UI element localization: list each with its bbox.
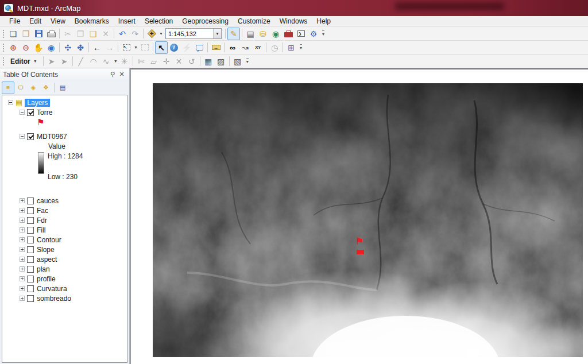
- expand-icon[interactable]: [20, 286, 25, 291]
- map-flag-marker-icon[interactable]: ⚑: [355, 237, 364, 246]
- toolbar-overflow-caret[interactable]: ▾: [246, 58, 249, 64]
- cauces-layer-label[interactable]: cauces: [37, 197, 59, 205]
- aspect-layer-label[interactable]: aspect: [37, 255, 57, 264]
- scale-dropdown-caret[interactable]: ▾: [213, 29, 221, 38]
- curvatura-layer-label[interactable]: Curvatura: [37, 285, 67, 293]
- fdr-layer-row[interactable]: Fdr: [2, 215, 127, 225]
- map-flag-selection-box[interactable]: [357, 250, 364, 254]
- menu-customize[interactable]: Customize: [233, 17, 275, 26]
- expand-icon[interactable]: [20, 247, 25, 252]
- fac-layer-label[interactable]: Fac: [37, 207, 48, 215]
- arc-segment-button[interactable]: ◠: [87, 55, 100, 68]
- catalog-window-button[interactable]: ⛁: [257, 28, 269, 40]
- titlebar[interactable]: MDT.mxd - ArcMap: [0, 0, 588, 16]
- identify-button[interactable]: i: [168, 41, 180, 54]
- select-features-dropdown-caret[interactable]: ▾: [133, 45, 138, 50]
- cauces-layer-row[interactable]: cauces: [2, 196, 127, 206]
- find-route-button[interactable]: ↝: [239, 41, 252, 54]
- torre-checkbox[interactable]: [27, 109, 34, 116]
- sombreado-checkbox[interactable]: [27, 295, 34, 302]
- fill-checkbox[interactable]: [27, 227, 34, 234]
- torre-layer-row[interactable]: Torre: [2, 107, 127, 117]
- undo-button[interactable]: ↶: [116, 28, 129, 40]
- time-slider-button[interactable]: ◷: [268, 41, 281, 54]
- open-button[interactable]: ❒: [20, 28, 32, 40]
- toolbar-overflow-caret[interactable]: ▾: [322, 30, 324, 37]
- layers-group-label[interactable]: Layers: [25, 99, 50, 107]
- full-extent-button[interactable]: ◉: [45, 41, 57, 54]
- expand-icon[interactable]: [20, 198, 25, 203]
- toc-header[interactable]: Table Of Contents ⚲ ✕: [0, 68, 129, 80]
- list-by-selection-button[interactable]: ❖: [40, 82, 52, 94]
- editor-toolbar-toggle-button[interactable]: ✎: [227, 28, 240, 40]
- collapse-icon[interactable]: [20, 110, 25, 115]
- attributes-button[interactable]: ▦: [202, 55, 215, 68]
- sketch-properties-button[interactable]: ▨: [215, 55, 227, 68]
- modelbuilder-button[interactable]: ⚙: [307, 28, 320, 40]
- clear-selection-button[interactable]: [138, 41, 151, 54]
- layers-group-row[interactable]: ▤ Layers: [2, 98, 127, 107]
- menu-selection[interactable]: Selection: [140, 17, 177, 26]
- straight-segment-button[interactable]: ╱: [75, 55, 87, 68]
- html-popup-button[interactable]: [193, 41, 206, 54]
- aspect-checkbox[interactable]: [27, 256, 34, 263]
- menu-insert[interactable]: Insert: [114, 17, 140, 26]
- list-by-visibility-button[interactable]: ◈: [27, 82, 40, 94]
- pan-button[interactable]: ✋: [32, 41, 45, 54]
- expand-icon[interactable]: [20, 257, 25, 262]
- mdt-layer-row[interactable]: MDT0967: [2, 131, 127, 141]
- hyperlink-button[interactable]: ⚡: [180, 41, 193, 54]
- menu-bookmarks[interactable]: Bookmarks: [70, 17, 114, 26]
- map-view[interactable]: ⚑: [130, 68, 588, 364]
- save-button[interactable]: [32, 28, 45, 40]
- sombreado-layer-label[interactable]: sombreado: [37, 295, 71, 303]
- expand-icon[interactable]: [20, 208, 25, 213]
- profile-layer-label[interactable]: profile: [37, 275, 56, 283]
- edit-tool-button[interactable]: ➤: [45, 55, 58, 68]
- expand-icon[interactable]: [20, 218, 25, 223]
- go-to-xy-button[interactable]: XY: [252, 41, 264, 54]
- toolbar-grip[interactable]: [2, 42, 5, 52]
- contour-checkbox[interactable]: [27, 237, 34, 243]
- expand-icon[interactable]: [20, 276, 25, 281]
- fixed-zoom-in-button[interactable]: ✣: [61, 41, 74, 54]
- reshape-feature-button[interactable]: ▱: [148, 55, 160, 68]
- menu-help[interactable]: Help: [312, 17, 335, 26]
- fac-layer-row[interactable]: Fac: [2, 206, 127, 215]
- red-flag-symbol-icon[interactable]: ⚑: [37, 118, 44, 126]
- plan-layer-label[interactable]: plan: [37, 265, 50, 273]
- list-by-drawing-order-button[interactable]: ≡: [2, 82, 14, 94]
- torre-layer-label[interactable]: Torre: [37, 109, 52, 117]
- fdr-layer-label[interactable]: Fdr: [37, 216, 47, 224]
- menu-windows[interactable]: Windows: [275, 17, 312, 26]
- freehand-segment-button[interactable]: ∿: [100, 55, 113, 68]
- menu-edit[interactable]: Edit: [25, 17, 46, 26]
- aspect-layer-row[interactable]: aspect: [2, 254, 127, 264]
- copy-button[interactable]: ❐: [74, 28, 87, 40]
- plan-layer-row[interactable]: plan: [2, 264, 127, 274]
- split-tool-button[interactable]: ✕: [173, 55, 185, 68]
- close-icon[interactable]: ✕: [117, 71, 126, 78]
- redo-button[interactable]: ↷: [129, 28, 141, 40]
- scale-combobox[interactable]: 1:145,132 ▾: [165, 28, 222, 39]
- select-features-button[interactable]: ↖: [120, 41, 133, 54]
- menu-file[interactable]: File: [5, 17, 25, 26]
- go-back-extent-button[interactable]: ←: [91, 41, 103, 54]
- select-elements-button[interactable]: ↖: [155, 41, 168, 54]
- fdr-checkbox[interactable]: [27, 217, 34, 224]
- profile-checkbox[interactable]: [27, 276, 34, 282]
- cut-polygons-button[interactable]: ✄: [135, 55, 148, 68]
- fixed-zoom-out-button[interactable]: ✤: [74, 41, 87, 54]
- slope-checkbox[interactable]: [27, 246, 34, 253]
- viewer-window-button[interactable]: ⊞: [285, 41, 297, 54]
- curvatura-checkbox[interactable]: [27, 285, 34, 292]
- mdt-checkbox[interactable]: [27, 133, 34, 140]
- find-button[interactable]: ∞: [226, 41, 239, 54]
- editor-menu-button[interactable]: Editor ▾: [7, 56, 41, 67]
- print-button[interactable]: [45, 28, 57, 40]
- contour-layer-row[interactable]: Contour: [2, 235, 127, 245]
- slope-layer-label[interactable]: Slope: [37, 246, 55, 254]
- expand-icon[interactable]: [20, 266, 25, 272]
- plan-checkbox[interactable]: [27, 266, 34, 273]
- mdt-layer-label[interactable]: MDT0967: [37, 133, 67, 141]
